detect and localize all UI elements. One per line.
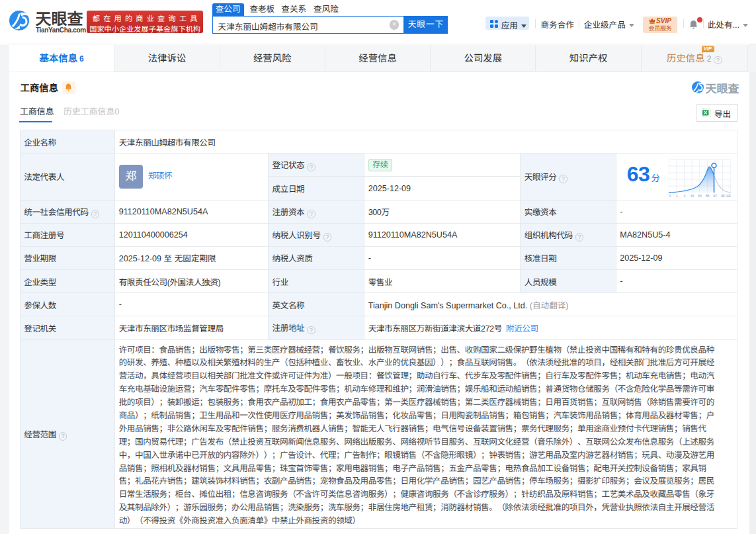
svg-text:100: 100 xyxy=(726,194,731,198)
svg-text:1: 1 xyxy=(675,194,677,198)
svg-text:99: 99 xyxy=(721,194,725,198)
svg-text:50: 50 xyxy=(698,194,702,198)
svg-text:15: 15 xyxy=(690,194,694,198)
svg-text:97: 97 xyxy=(713,194,717,198)
svg-text:3: 3 xyxy=(683,194,685,198)
svg-text:0: 0 xyxy=(669,194,671,198)
svg-text:85: 85 xyxy=(705,194,709,198)
